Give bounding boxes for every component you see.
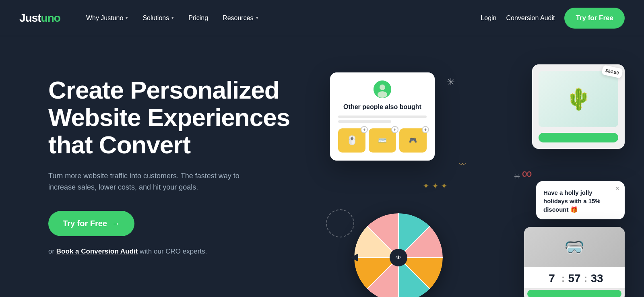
vr-countdown-card: 🥽 7 : 57 : 33 bbox=[524, 227, 625, 297]
svg-point-2 bbox=[378, 91, 387, 98]
dashed-circle-icon bbox=[326, 209, 354, 237]
countdown-sep-1: : bbox=[561, 273, 565, 284]
arrow-icon: → bbox=[112, 219, 120, 228]
hero-right: ✳ Other people also bought 🖱️ + bbox=[322, 60, 625, 297]
rec-card-line2 bbox=[338, 120, 391, 123]
audit-text: or Book a Conversion Audit with our CRO … bbox=[48, 248, 298, 256]
vr-image: 🥽 bbox=[524, 227, 625, 267]
logo[interactable]: Justuno bbox=[19, 12, 60, 25]
chevron-down-icon: ▾ bbox=[126, 15, 128, 21]
recommendations-card: Other people also bought 🖱️ + ⌨️ + 🎮 + bbox=[330, 72, 435, 161]
try-for-free-nav-button[interactable]: Try for Free bbox=[564, 8, 625, 29]
vr-shop-button[interactable] bbox=[527, 290, 621, 297]
countdown-timer: 7 : 57 : 33 bbox=[524, 267, 625, 288]
product-console: 🎮 + bbox=[399, 128, 427, 153]
rec-card-title: Other people also bought bbox=[338, 103, 427, 111]
rec-products: 🖱️ + ⌨️ + 🎮 + bbox=[338, 128, 427, 153]
shop-now-button[interactable] bbox=[539, 133, 618, 142]
product-keyboard: ⌨️ + bbox=[369, 128, 396, 153]
spin-wheel-container: 👁 bbox=[354, 213, 443, 297]
svg-point-1 bbox=[380, 85, 385, 90]
hero-section: Create Personalized Website Experiences … bbox=[0, 36, 644, 297]
countdown-sep-2: : bbox=[584, 273, 587, 284]
navigation: Justuno Why Justuno ▾ Solutions ▾ Pricin… bbox=[0, 0, 644, 36]
price-tag: $24.99 bbox=[601, 65, 623, 78]
try-for-free-hero-button[interactable]: Try for Free → bbox=[48, 211, 134, 236]
nav-right: Login Conversion Audit Try for Free bbox=[481, 8, 625, 29]
string-lights-icon: 〰 bbox=[459, 161, 466, 169]
holiday-text: Have a holly jolly holidays with a 15% d… bbox=[543, 188, 617, 214]
add-to-cart-badge-1[interactable]: + bbox=[361, 126, 368, 133]
rec-card-line1 bbox=[338, 116, 427, 118]
conversion-audit-link[interactable]: Conversion Audit bbox=[506, 14, 555, 22]
loop-decoration: ∞ bbox=[522, 165, 532, 182]
plant-card: 🌵 $24.99 bbox=[532, 64, 625, 149]
try-hero-label: Try for Free bbox=[63, 219, 107, 228]
nav-links: Why Justuno ▾ Solutions ▾ Pricing Resour… bbox=[80, 10, 481, 26]
lights-decoration: ✦ ✦ ✦ bbox=[423, 181, 448, 191]
book-audit-link[interactable]: Book a Conversion Audit bbox=[56, 248, 138, 255]
nav-item-solutions[interactable]: Solutions ▾ bbox=[136, 10, 180, 26]
login-link[interactable]: Login bbox=[481, 14, 496, 22]
spin-wheel-center: 👁 bbox=[390, 249, 407, 266]
chevron-down-icon: ▾ bbox=[171, 15, 174, 21]
countdown-minutes: 57 bbox=[566, 272, 583, 285]
hero-title: Create Personalized Website Experiences … bbox=[48, 76, 298, 159]
chevron-down-icon: ▾ bbox=[256, 15, 258, 21]
hero-subtitle: Turn more website traffic into customers… bbox=[48, 170, 258, 194]
nav-item-resources[interactable]: Resources ▾ bbox=[216, 10, 264, 26]
plant-image: 🌵 $24.99 bbox=[539, 71, 618, 127]
logo-text-just: Just bbox=[19, 12, 41, 25]
sparkle-icon: ✳ bbox=[447, 76, 455, 88]
avatar bbox=[374, 80, 391, 98]
countdown-hours: 7 bbox=[543, 272, 561, 285]
hero-left: Create Personalized Website Experiences … bbox=[48, 60, 298, 256]
close-icon[interactable]: ✕ bbox=[615, 185, 620, 192]
spin-wheel-pointer bbox=[350, 254, 358, 262]
nav-item-why-justuno[interactable]: Why Justuno ▾ bbox=[80, 10, 134, 26]
logo-text-uno: uno bbox=[41, 12, 60, 25]
add-to-cart-badge-3[interactable]: + bbox=[422, 126, 429, 133]
nav-item-pricing[interactable]: Pricing bbox=[182, 10, 215, 26]
add-to-cart-badge-2[interactable]: + bbox=[391, 126, 398, 133]
holiday-card: ✕ Have a holly jolly holidays with a 15%… bbox=[536, 181, 625, 219]
sparkle-small-icon: ✳ bbox=[514, 172, 520, 181]
countdown-seconds: 33 bbox=[588, 272, 606, 285]
product-mouse: 🖱️ + bbox=[338, 128, 365, 153]
